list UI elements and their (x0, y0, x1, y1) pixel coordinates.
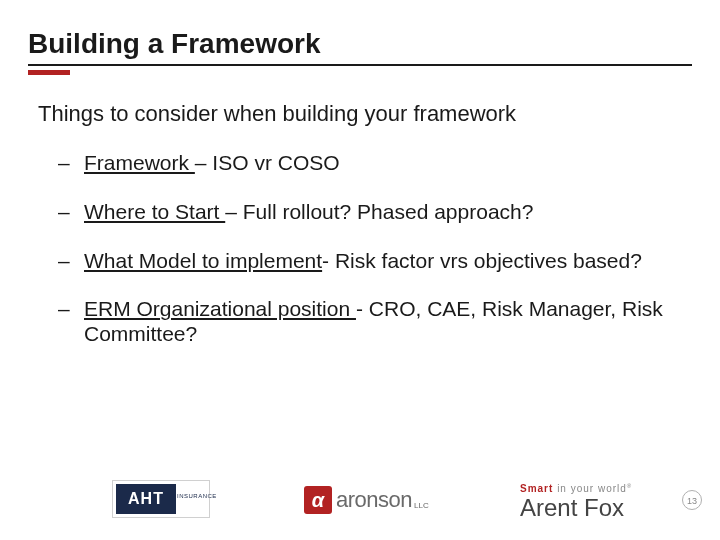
logo-arentfox: Smart in your world® Arent Fox (520, 483, 632, 522)
accent-bar (28, 70, 70, 75)
slide-number: 13 (682, 490, 702, 510)
bullet-rest: – Full rollout? Phased approach? (225, 200, 533, 223)
bullet-label: What Model to implement (84, 249, 322, 272)
slide-footer: AHT INSURANCE α aronson LLC Smart in you… (0, 468, 720, 528)
registered-icon: ® (627, 483, 632, 489)
logo-aht-text: AHT (116, 484, 176, 514)
slide-body: Building a Framework Things to consider … (0, 0, 720, 347)
bullet-list: Framework – ISO vr COSO Where to Start –… (84, 151, 692, 347)
tagline-smart: Smart (520, 483, 553, 494)
logo-aronson: α aronson LLC (304, 486, 429, 514)
bullet-rest: – ISO vr COSO (195, 151, 340, 174)
bullet-rest: - Risk factor vrs objectives based? (322, 249, 642, 272)
slide-subhead: Things to consider when building your fr… (38, 101, 692, 127)
logo-aronson-alpha: α (304, 486, 332, 514)
logo-aronson-word: aronson (336, 487, 412, 513)
logo-aht-tag: INSURANCE (177, 493, 217, 499)
list-item: Where to Start – Full rollout? Phased ap… (84, 200, 692, 225)
bullet-label: Framework (84, 151, 195, 174)
slide-title: Building a Framework (28, 28, 692, 66)
bullet-label: Where to Start (84, 200, 225, 223)
list-item: Framework – ISO vr COSO (84, 151, 692, 176)
logo-arentfox-name: Arent Fox (520, 494, 632, 522)
list-item: ERM Organizational position - CRO, CAE, … (84, 297, 692, 347)
logo-aht: AHT INSURANCE (112, 480, 210, 518)
logo-aronson-llc: LLC (414, 501, 429, 510)
list-item: What Model to implement- Risk factor vrs… (84, 249, 692, 274)
tagline-rest: in your world (553, 483, 626, 494)
logo-arentfox-tagline: Smart in your world® (520, 483, 632, 494)
bullet-label: ERM Organizational position (84, 297, 356, 320)
